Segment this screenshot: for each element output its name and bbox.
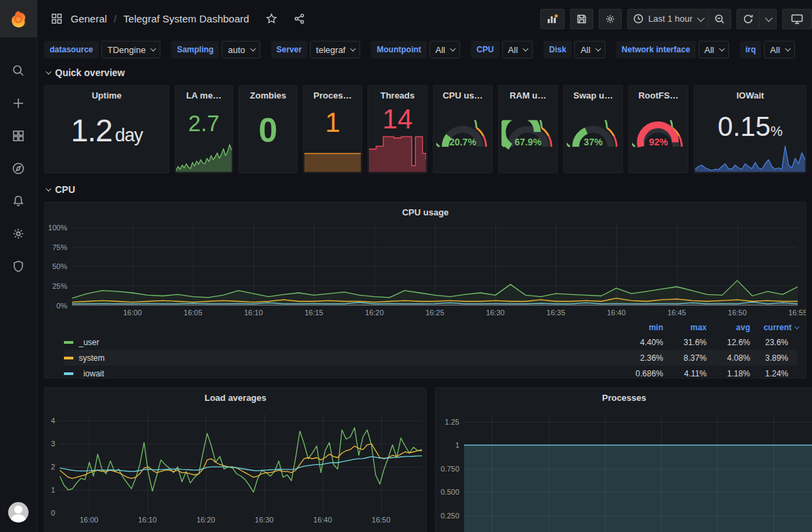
panel-threads: Threads 14 <box>368 85 427 173</box>
panel-title[interactable]: Threads <box>368 86 427 102</box>
panel-swap-usage-gauge: Swap u… 37% <box>563 85 623 173</box>
panel-title[interactable]: RootFS… <box>629 86 688 102</box>
panel-title[interactable]: Proces… <box>304 86 361 102</box>
stat-value: 1.2day <box>45 112 169 149</box>
refresh-button[interactable] <box>737 9 760 29</box>
stat-value: 1 <box>304 107 361 138</box>
sparkline <box>369 128 426 172</box>
variable-value-dropdown[interactable]: All <box>764 41 794 58</box>
row-cpu[interactable]: CPU <box>46 181 807 198</box>
panel-title[interactable]: LA me… <box>175 86 232 102</box>
variable-server: Server telegraf <box>271 41 361 58</box>
create-plus-icon[interactable] <box>11 96 26 111</box>
y-axis-labels: 100%75%50%25%0% <box>45 223 72 306</box>
legend-header: min max avg current <box>64 321 798 334</box>
variable-label[interactable]: irq <box>740 41 761 58</box>
breadcrumb-folder[interactable]: General <box>71 13 107 24</box>
panel-title[interactable]: Load averages <box>45 388 426 404</box>
user-avatar[interactable] <box>8 502 29 522</box>
panel-title[interactable]: Uptime <box>45 86 169 102</box>
plot-area <box>72 223 798 306</box>
panel-cpu-usage-gauge: CPU us… 20.7% <box>433 85 493 173</box>
legend-row-system[interactable]: system 2.36% 8.37% 4.08% 3.89% <box>64 350 798 366</box>
variable-sampling: Sampling auto <box>171 41 260 58</box>
dashboard-title[interactable]: Telegraf System Dashboard <box>124 13 249 24</box>
zoom-out-time-button[interactable] <box>709 9 731 29</box>
variable-value-dropdown[interactable]: telegraf <box>310 41 360 58</box>
clock-icon <box>633 14 643 24</box>
row-quick-overview[interactable]: Quick overview <box>46 65 807 81</box>
variable-value-dropdown[interactable]: All <box>429 41 460 58</box>
cycle-view-mode-button[interactable] <box>782 9 812 29</box>
chevron-down-icon <box>697 14 705 21</box>
variable-label[interactable]: Network interface <box>616 41 696 58</box>
variable-label[interactable]: Server <box>271 41 307 58</box>
variable-value-dropdown[interactable]: All <box>574 41 605 58</box>
panel-title[interactable]: Processes <box>436 388 812 404</box>
dashboard-content: Quick overview Uptime 1.2day LA me… 2.7 … <box>37 62 812 532</box>
star-icon[interactable] <box>266 13 277 24</box>
chevron-down-icon <box>719 46 724 51</box>
legend-row-iowait[interactable]: _iowait 0.686% 4.11% 1.18% 1.24% <box>64 366 798 378</box>
cpu-usage-chart: 100%75%50%25%0% 16:0016:0516:1016:1516:2… <box>45 223 798 319</box>
legend-col-current[interactable]: current <box>750 323 798 332</box>
variable-disk: Disk All <box>544 41 605 58</box>
alerting-bell-icon[interactable] <box>11 194 26 209</box>
explore-compass-icon[interactable] <box>11 161 26 176</box>
panel-processes-stat: Proces… 1 <box>303 85 362 173</box>
server-admin-shield-icon[interactable] <box>11 259 26 274</box>
add-panel-button[interactable] <box>540 9 565 29</box>
variable-label[interactable]: Mountpoint <box>371 41 426 58</box>
time-range-picker[interactable]: Last 1 hour <box>627 9 709 29</box>
panel-iowait: IOWait 0.15% <box>694 85 807 173</box>
variable-label[interactable]: datasource <box>44 41 99 58</box>
variable-value-dropdown[interactable]: All <box>502 41 533 58</box>
time-controls: Last 1 hour <box>627 9 731 29</box>
panel-cpu-usage: CPU usage 100%75%50%25%0% 16:0016:0516:1… <box>44 202 807 378</box>
gauge-value: 67.9% <box>514 137 542 148</box>
save-dashboard-button[interactable] <box>570 9 593 29</box>
variable-irq: irq All <box>740 41 795 58</box>
chevron-down-icon <box>794 324 799 329</box>
sidebar <box>0 0 37 532</box>
refresh-interval-dropdown[interactable] <box>760 9 777 29</box>
variable-network-interface: Network interface All <box>616 41 729 58</box>
variable-value-dropdown[interactable]: TDengine <box>101 41 160 58</box>
navbar-actions: Last 1 hour <box>540 9 812 29</box>
panel-title[interactable]: Zombies <box>239 86 297 102</box>
legend-col-max[interactable]: max <box>663 323 707 332</box>
legend-col-avg[interactable]: avg <box>707 323 750 332</box>
legend-col-min[interactable]: min <box>620 323 663 332</box>
load-averages-chart: 43210 16:0016:1016:2016:3016:4016:50 <box>45 414 422 528</box>
search-icon[interactable] <box>11 63 26 78</box>
x-axis-labels: 16:0016:1016:2016:3016:4016:50 <box>60 513 422 528</box>
variable-value-dropdown[interactable]: auto <box>222 41 260 58</box>
stat-value: 0.15% <box>694 111 806 142</box>
grafana-logo[interactable] <box>0 0 37 37</box>
grafana-app: General / Telegraf System Dashboard <box>0 0 812 532</box>
panel-title[interactable]: CPU us… <box>434 86 492 102</box>
panel-processes: Processes 1.2510.7500.5000.250 <box>435 387 812 532</box>
configuration-gear-icon[interactable] <box>11 226 26 241</box>
panel-la-medium: LA me… 2.7 <box>175 85 233 173</box>
gauge-value: 92% <box>649 137 668 148</box>
dashboards-icon[interactable] <box>11 128 26 143</box>
chevron-down-icon <box>595 46 601 51</box>
y-axis-labels: 43210 <box>45 414 60 513</box>
breadcrumb-separator: / <box>113 13 116 24</box>
panel-title[interactable]: CPU usage <box>45 202 806 219</box>
panel-title[interactable]: RAM u… <box>499 86 557 102</box>
panel-title[interactable]: IOWait <box>694 86 806 102</box>
variable-label[interactable]: CPU <box>471 41 499 58</box>
panel-title[interactable]: Swap u… <box>564 86 622 102</box>
quick-overview-panels: Uptime 1.2day LA me… 2.7 Zombies 0 Proce… <box>44 85 807 173</box>
variable-label[interactable]: Sampling <box>171 41 219 58</box>
stat-value: 2.7 <box>175 111 232 137</box>
variable-value-dropdown[interactable]: All <box>699 41 729 58</box>
dashboard-settings-button[interactable] <box>599 9 622 29</box>
legend-row-user[interactable]: _user 4.40% 31.6% 12.6% 23.6% <box>64 334 798 350</box>
variable-label[interactable]: Disk <box>544 41 571 58</box>
chevron-down-icon <box>450 46 455 51</box>
chevron-down-icon <box>523 46 528 51</box>
share-icon[interactable] <box>294 13 305 24</box>
